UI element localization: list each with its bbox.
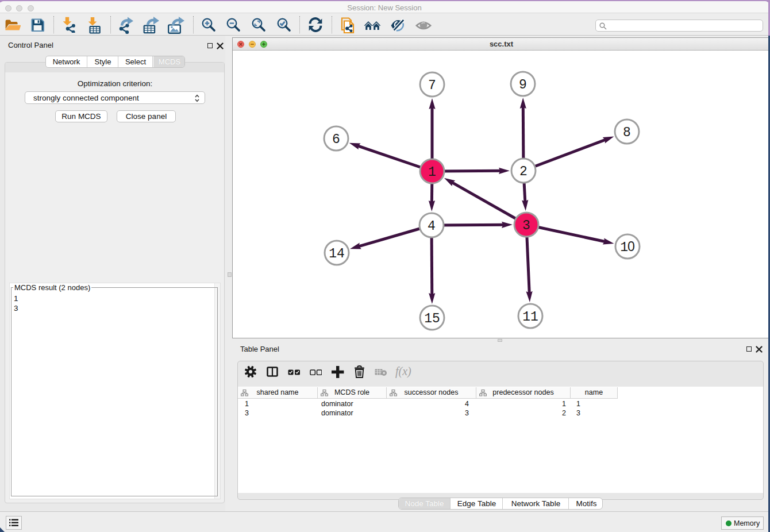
svg-text:8: 8	[623, 125, 631, 140]
svg-text:1: 1	[428, 165, 436, 180]
svg-text:10: 10	[620, 239, 635, 255]
svg-text:3: 3	[522, 218, 530, 233]
svg-text:15: 15	[424, 311, 440, 326]
svg-text:4: 4	[428, 219, 436, 234]
svg-text:9: 9	[519, 78, 527, 92]
svg-text:7: 7	[428, 78, 436, 93]
svg-text:2: 2	[519, 164, 528, 179]
svg-text:6: 6	[332, 132, 340, 147]
svg-text:11: 11	[522, 310, 538, 325]
svg-text:14: 14	[329, 246, 345, 261]
